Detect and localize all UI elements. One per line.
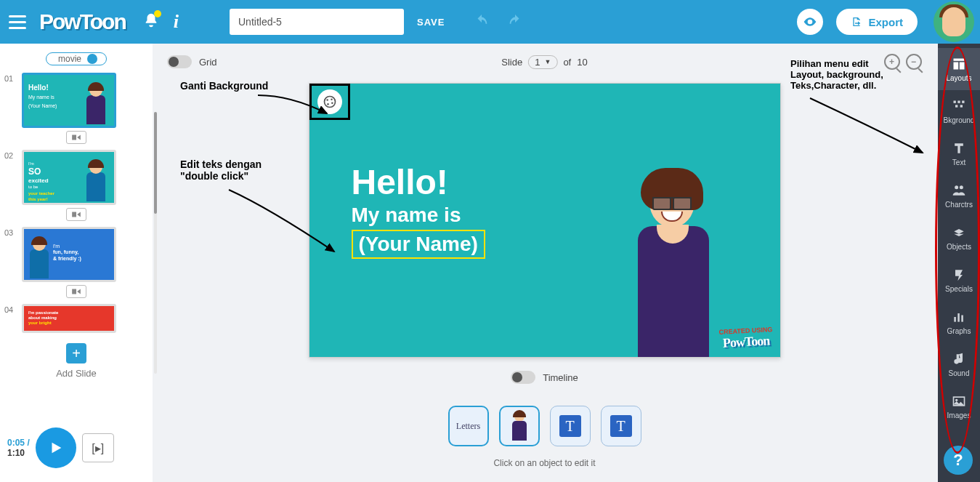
canvas-character[interactable] — [619, 168, 728, 357]
user-avatar[interactable] — [934, 1, 974, 42]
text-yourname[interactable]: (Your Name) — [352, 230, 485, 259]
play-button[interactable] — [36, 427, 76, 468]
transition-icon[interactable] — [66, 131, 86, 144]
obj-text-2[interactable]: T — [601, 406, 641, 446]
playback-controls: 0:05 /1:10 [▸] — [7, 422, 145, 473]
transition-icon[interactable] — [66, 208, 86, 221]
timeline-toggle[interactable] — [511, 371, 535, 384]
slide-number: 03 — [4, 227, 17, 237]
slides-panel: movie 01 Hello!My name is(Your Name) 02 … — [0, 44, 153, 482]
svg-point-3 — [331, 102, 333, 104]
watermark: CREATED USING PowToon — [718, 326, 773, 351]
svg-rect-14 — [961, 315, 963, 321]
project-title-input[interactable] — [230, 9, 404, 35]
editor-center: Grid Slide 1▼ of 10 + − Hello! My name i… — [153, 44, 936, 482]
zoom-in-button[interactable]: + — [884, 54, 900, 70]
export-button[interactable]: Export — [836, 9, 918, 35]
obj-character[interactable] — [499, 406, 540, 446]
svg-rect-9 — [960, 105, 963, 107]
svg-point-1 — [326, 99, 328, 101]
slide-number: 04 — [4, 304, 17, 314]
background-button-frame — [309, 84, 350, 120]
menu-icon[interactable] — [6, 10, 29, 33]
preview-button[interactable] — [797, 9, 823, 35]
tool-characters[interactable]: Charctrs — [938, 174, 980, 217]
info-icon[interactable]: i — [174, 11, 179, 33]
notifications-icon[interactable] — [143, 12, 159, 31]
add-slide-button[interactable]: + — [66, 343, 86, 363]
object-toolbar: Letters T T — [167, 406, 922, 446]
right-tool-strip: Layouts Bkground Text Charctrs Objects S… — [938, 44, 980, 482]
svg-point-10 — [955, 185, 958, 189]
help-button[interactable]: ? — [944, 446, 973, 475]
timeline-label: Timeline — [543, 372, 578, 383]
tool-objects[interactable]: Objects — [938, 217, 980, 259]
obj-letters[interactable]: Letters — [448, 406, 489, 446]
slide-thumb[interactable]: I'mfun, funny,& friendly :) — [22, 227, 116, 282]
slide-thumb[interactable]: Hello!My name is(Your Name) — [22, 73, 116, 128]
slide-thumb[interactable]: I'm passionateabout makingyour bright — [22, 304, 116, 333]
svg-rect-6 — [957, 100, 960, 103]
tool-text[interactable]: Text — [938, 132, 980, 174]
zoom-out-button[interactable]: − — [906, 54, 922, 70]
svg-point-0 — [324, 97, 335, 108]
tool-background[interactable]: Bkground — [938, 90, 980, 132]
tool-specials[interactable]: Specials — [938, 259, 980, 301]
mode-label: movie — [58, 54, 81, 64]
text-hello[interactable]: Hello! — [352, 162, 485, 202]
logo: PowToon — [39, 9, 126, 34]
grid-label: Grid — [199, 57, 217, 68]
movie-toggle[interactable]: movie — [4, 52, 148, 65]
history-controls — [474, 14, 523, 30]
svg-point-16 — [955, 398, 957, 401]
tool-sound[interactable]: Sound — [938, 343, 980, 385]
tool-graphs[interactable]: Graphs — [938, 301, 980, 343]
slide-number: 02 — [4, 150, 17, 160]
slide-number: 01 — [4, 73, 17, 83]
play-section-button[interactable]: [▸] — [82, 433, 114, 462]
slide-canvas[interactable]: Hello! My name is (Your Name) CREATED US… — [309, 83, 781, 358]
svg-rect-8 — [955, 105, 957, 107]
tool-layouts[interactable]: Layouts — [938, 48, 980, 90]
svg-rect-5 — [954, 100, 956, 103]
transition-icon[interactable] — [66, 285, 86, 298]
tool-images[interactable]: Images — [938, 385, 980, 427]
undo-icon[interactable] — [474, 14, 490, 30]
add-slide-label: Add Slide — [4, 368, 148, 379]
svg-rect-7 — [962, 100, 964, 103]
text-myname[interactable]: My name is — [352, 204, 485, 227]
export-label: Export — [868, 16, 903, 28]
slide-indicator: Slide 1▼ of 10 — [501, 55, 587, 69]
save-button[interactable]: SAVE — [417, 17, 445, 28]
time-display: 0:05 /1:10 — [7, 438, 30, 458]
slide-thumb[interactable]: I'mSOexcitedto beyour teacherthis year! — [22, 150, 116, 205]
svg-rect-12 — [954, 317, 956, 322]
obj-text-1[interactable]: T — [550, 406, 591, 446]
svg-point-4 — [327, 103, 329, 105]
svg-point-2 — [331, 98, 333, 100]
slide-select[interactable]: 1▼ — [528, 55, 557, 69]
svg-point-11 — [960, 185, 963, 189]
redo-icon[interactable] — [507, 14, 523, 30]
canvas-hint: Click on an object to edit it — [167, 458, 922, 468]
canvas-text-group[interactable]: Hello! My name is (Your Name) — [352, 162, 485, 259]
svg-rect-13 — [957, 313, 960, 322]
notification-dot — [154, 10, 161, 17]
grid-toggle[interactable] — [167, 55, 192, 68]
app-header: PowToon i SAVE Export — [0, 0, 980, 44]
change-background-button[interactable] — [317, 89, 342, 114]
